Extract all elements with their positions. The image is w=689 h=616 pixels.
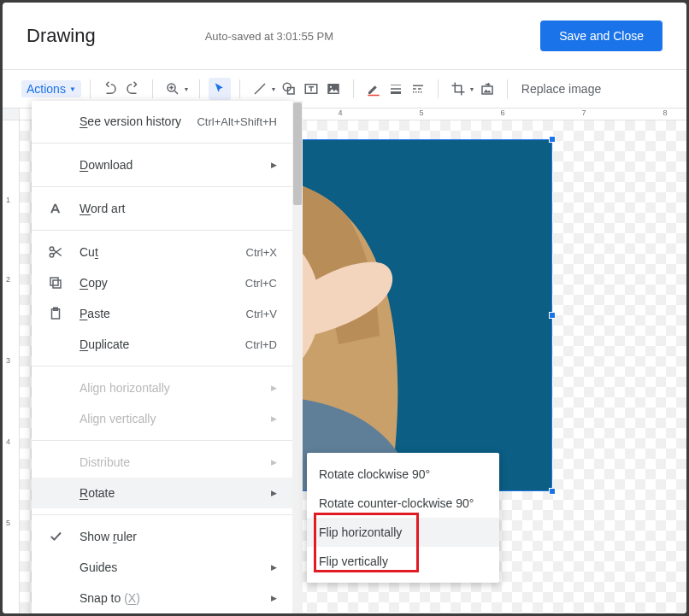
submenu-arrow-icon: ▶ <box>271 594 277 602</box>
ruler-tick: 3 <box>6 356 10 365</box>
menu-label: Align vertically <box>80 412 156 425</box>
menu-distribute: Distribute ▶ <box>32 447 292 478</box>
menu-separator <box>32 143 292 144</box>
shortcut: Ctrl+V <box>246 308 277 320</box>
actions-label: Actions <box>26 82 66 96</box>
shape-tool-icon[interactable] <box>278 78 300 100</box>
submenu-arrow-icon: ▶ <box>271 458 277 466</box>
menu-duplicate[interactable]: Duplicate Ctrl+D <box>32 329 292 360</box>
autosave-status: Auto-saved at 3:01:55 PM <box>205 30 333 43</box>
shortcut: Ctrl+D <box>245 338 277 351</box>
menu-scrollbar[interactable] <box>292 101 303 613</box>
replace-image-icon[interactable] <box>476 78 498 100</box>
menu-label: Align horizontally <box>80 381 170 395</box>
menu-label: Cut <box>80 245 98 259</box>
menu-label: Copy <box>80 276 108 290</box>
submenu-arrow-icon: ▶ <box>271 489 277 497</box>
resize-handle-tr[interactable] <box>549 136 556 143</box>
menu-download[interactable]: Download ▶ <box>32 150 292 180</box>
menu-copy[interactable]: Copy Ctrl+C <box>32 267 292 298</box>
ruler-tick: 6 <box>500 109 504 117</box>
zoom-icon[interactable] <box>162 78 184 100</box>
menu-guides[interactable]: Guides ▶ <box>32 552 292 583</box>
image-tool-icon[interactable] <box>322 78 344 100</box>
menu-align-horizontally: Align horizontally ▶ <box>32 373 292 403</box>
ruler-corner <box>3 109 20 120</box>
ruler-tick: 4 <box>338 109 342 117</box>
dialog-header: Drawing Auto-saved at 3:01:55 PM Save an… <box>3 3 686 69</box>
crop-icon[interactable] <box>447 78 469 100</box>
svg-rect-7 <box>482 86 492 94</box>
chevron-down-icon[interactable]: ▼ <box>468 86 476 92</box>
resize-handle-mr[interactable] <box>549 312 556 319</box>
drawing-dialog: Drawing Auto-saved at 3:01:55 PM Save an… <box>3 3 686 613</box>
menu-label: Duplicate <box>80 337 129 351</box>
toolbar-separator <box>438 79 439 98</box>
menu-align-vertically: Align vertically ▶ <box>32 403 292 434</box>
replace-image-button[interactable]: Replace image <box>521 82 601 96</box>
menu-cut[interactable]: Cut Ctrl+X <box>32 237 292 267</box>
select-tool-icon[interactable] <box>209 78 231 100</box>
chevron-down-icon[interactable]: ▼ <box>182 86 191 92</box>
menu-label: Distribute <box>80 455 130 469</box>
menu-label: Word art <box>80 202 125 215</box>
menu-separator <box>32 440 292 441</box>
copy-icon <box>47 274 64 291</box>
menu-label: Snap to (X) <box>80 591 140 605</box>
textbox-tool-icon[interactable] <box>300 78 322 100</box>
menu-rotate[interactable]: Rotate ▶ <box>32 478 292 508</box>
actions-menu-button[interactable]: Actions ▼ <box>21 80 81 97</box>
submenu-arrow-icon: ▶ <box>271 563 277 572</box>
menu-label: Rotate <box>80 486 115 500</box>
submenu-rotate-ccw[interactable]: Rotate counter-clockwise 90° <box>307 489 499 518</box>
submenu-flip-horizontally[interactable]: Flip horizontally <box>307 518 499 547</box>
shortcut: Ctrl+Alt+Shift+H <box>197 115 277 128</box>
menu-separator <box>32 230 292 231</box>
check-icon <box>47 528 64 545</box>
line-tool-icon[interactable] <box>249 78 271 100</box>
submenu-arrow-icon: ▶ <box>271 384 277 392</box>
resize-handle-br[interactable] <box>549 488 556 495</box>
submenu-flip-vertically[interactable]: Flip vertically <box>307 547 499 576</box>
ruler-tick: 2 <box>6 275 10 284</box>
menu-version-history[interactable]: See version history Ctrl+Alt+Shift+H <box>32 106 292 137</box>
chevron-down-icon[interactable]: ▼ <box>269 86 278 92</box>
scrollbar-thumb[interactable] <box>293 103 302 205</box>
ruler-tick: 7 <box>581 109 586 117</box>
undo-icon[interactable] <box>99 78 121 100</box>
border-dash-icon[interactable] <box>407 78 429 100</box>
toolbar-separator <box>353 79 354 98</box>
svg-point-5 <box>330 86 332 88</box>
word-art-icon <box>47 200 64 217</box>
menu-snap-to[interactable]: Snap to (X) ▶ <box>32 583 292 613</box>
toolbar-separator <box>239 79 240 98</box>
menu-label: Show ruler <box>80 530 137 543</box>
ruler-tick: 8 <box>662 109 667 117</box>
toolbar-separator <box>90 79 91 98</box>
chevron-down-icon: ▼ <box>69 85 76 93</box>
submenu-arrow-icon: ▶ <box>271 161 277 169</box>
svg-rect-19 <box>50 278 58 285</box>
toolbar-separator <box>152 79 153 98</box>
ruler-tick: 5 <box>6 519 10 527</box>
menu-show-ruler[interactable]: Show ruler <box>32 521 292 552</box>
border-weight-icon[interactable] <box>385 78 407 100</box>
shortcut: Ctrl+X <box>246 246 277 259</box>
rotate-submenu: Rotate clockwise 90° Rotate counter-cloc… <box>307 453 499 583</box>
menu-paste[interactable]: Paste Ctrl+V <box>32 298 292 329</box>
menu-label: Download <box>80 158 132 172</box>
menu-word-art[interactable]: Word art <box>32 193 292 224</box>
border-color-icon[interactable] <box>362 78 385 100</box>
save-and-close-button[interactable]: Save and Close <box>540 21 662 51</box>
scissors-icon <box>47 243 64 261</box>
submenu-rotate-cw[interactable]: Rotate clockwise 90° <box>307 460 499 489</box>
ruler-tick: 5 <box>419 109 423 117</box>
menu-label: See version history <box>80 114 181 128</box>
menu-separator <box>32 514 292 515</box>
menu-label: Paste <box>80 307 110 320</box>
menu-label: Guides <box>80 560 117 574</box>
shortcut: Ctrl+C <box>245 277 277 290</box>
submenu-arrow-icon: ▶ <box>271 414 277 423</box>
ruler-tick: 1 <box>6 196 10 204</box>
redo-icon[interactable] <box>121 78 144 100</box>
